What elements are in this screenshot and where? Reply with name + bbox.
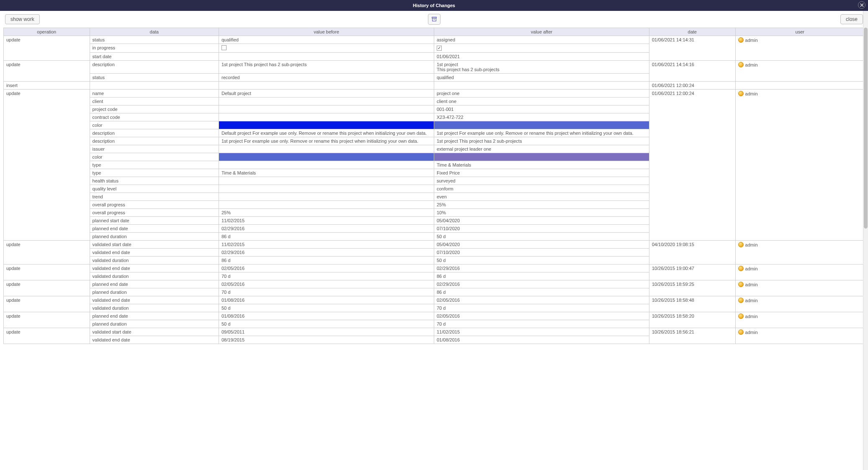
cell-date: 10/26/2015 19:00:47 <box>649 265 735 280</box>
cell-value-before: qualified <box>219 36 434 44</box>
cell-value-after: 70 d <box>434 320 649 328</box>
table-row: updatedescription1st project This projec… <box>4 61 865 74</box>
cell-value-before: recorded <box>219 74 434 82</box>
cell-data: validated end date <box>90 249 219 257</box>
cell-value-before <box>219 193 434 201</box>
cell-data: description <box>90 61 219 74</box>
cell-value-after: external project leader one <box>434 145 649 153</box>
cell-value-after: 1st project This project has 2 sub-proje… <box>434 137 649 145</box>
cell-data: validated end date <box>90 265 219 272</box>
table-row: updatevalidated start date09/05/201111/0… <box>4 328 865 336</box>
cell-value-after: ✓ <box>434 44 649 53</box>
cell-value-after: 001-001 <box>434 105 649 113</box>
cell-value-before: 02/29/2016 <box>219 225 434 233</box>
cell-data: contract code <box>90 113 219 121</box>
cell-user <box>735 82 864 90</box>
cell-data: start date <box>90 53 219 61</box>
scrollbar-thumb[interactable] <box>864 28 868 229</box>
cell-value-before <box>219 44 434 53</box>
cell-value-after: 10% <box>434 209 649 217</box>
cell-user: admin <box>735 241 864 265</box>
cell-value-before <box>219 82 434 90</box>
cell-value-before: 50 d <box>219 320 434 328</box>
col-value-before[interactable]: value before <box>219 28 434 36</box>
cell-value-after <box>434 82 649 90</box>
col-date[interactable]: date <box>649 28 735 36</box>
cell-value-before: 01/08/2016 <box>219 312 434 320</box>
user-name: admin <box>745 62 758 67</box>
col-value-after[interactable]: value after <box>434 28 649 36</box>
table-row: updateplanned end date02/05/201602/29/20… <box>4 280 865 288</box>
cell-value-after: 07/10/2020 <box>434 225 649 233</box>
cell-data: validated end date <box>90 336 219 344</box>
cell-value-before: 1st project This project has 2 sub-proje… <box>219 61 434 74</box>
table-row: updateplanned end date01/08/201602/05/20… <box>4 312 865 320</box>
cell-value-before: 02/05/2016 <box>219 280 434 288</box>
checkbox-icon: ✓ <box>437 46 442 51</box>
table-row: insert01/06/2021 12:00:24 <box>4 82 865 90</box>
cell-value-after: 05/04/2020 <box>434 241 649 249</box>
col-operation[interactable]: operation <box>4 28 90 36</box>
cell-value-before: 08/19/2015 <box>219 336 434 344</box>
cell-user: admin <box>735 280 864 296</box>
cell-value-after: 02/29/2016 <box>434 265 649 272</box>
cell-date: 01/06/2021 14:14:31 <box>649 36 735 61</box>
cell-data: trend <box>90 193 219 201</box>
cell-value-before: Time & Materials <box>219 169 434 177</box>
cell-data: validated duration <box>90 304 219 312</box>
user-name: admin <box>745 298 758 303</box>
cell-user: admin <box>735 61 864 82</box>
cell-value-after: qualified <box>434 74 649 82</box>
close-icon[interactable]: ✕ <box>858 1 865 9</box>
cell-data: validated end date <box>90 296 219 304</box>
window-title: History of Changes <box>413 3 455 8</box>
close-button[interactable]: close <box>840 14 863 24</box>
cell-date: 01/06/2021 14:14:16 <box>649 61 735 82</box>
cell-data: validated duration <box>90 272 219 280</box>
cell-value-after: 07/10/2020 <box>434 249 649 257</box>
col-data[interactable]: data <box>90 28 219 36</box>
cell-value-before <box>219 113 434 121</box>
user-name: admin <box>745 91 758 96</box>
table-row: updatestatusqualifiedassigned01/06/2021 … <box>4 36 865 44</box>
cell-value-after: 25% <box>434 201 649 209</box>
cell-value-before: 11/02/2015 <box>219 217 434 225</box>
cell-value-before <box>219 121 434 129</box>
cell-data: overall progress <box>90 209 219 217</box>
cell-value-before <box>219 145 434 153</box>
color-swatch <box>219 153 434 161</box>
cell-value-after: 1st project For example use only. Remove… <box>434 129 649 137</box>
archive-icon[interactable] <box>428 14 440 25</box>
cell-value-after: conform <box>434 185 649 193</box>
cell-operation: update <box>4 241 90 265</box>
cell-data: description <box>90 137 219 145</box>
cell-value-before <box>219 185 434 193</box>
cell-data: health status <box>90 177 219 185</box>
cell-operation: update <box>4 280 90 296</box>
col-user[interactable]: user <box>735 28 864 36</box>
history-grid: operation data value before value after … <box>3 28 865 344</box>
cell-value-before: 86 d <box>219 257 434 265</box>
cell-value-after: 01/06/2021 <box>434 53 649 61</box>
cell-value-after: 70 d <box>434 304 649 312</box>
scrollbar[interactable] <box>863 11 868 344</box>
cell-data: planned end date <box>90 312 219 320</box>
cell-date: 10/26/2015 18:58:20 <box>649 312 735 328</box>
cell-operation: update <box>4 36 90 61</box>
cell-value-after: 50 d <box>434 257 649 265</box>
table-row: updatenameDefault projectproject one01/0… <box>4 90 865 98</box>
show-work-button[interactable]: show work <box>5 14 40 24</box>
avatar <box>738 37 744 43</box>
user-name: admin <box>745 38 758 43</box>
cell-value-after <box>434 121 649 129</box>
cell-user: admin <box>735 296 864 312</box>
cell-data: planned duration <box>90 288 219 296</box>
cell-value-before <box>219 161 434 169</box>
user-name: admin <box>745 314 758 319</box>
cell-data: validated duration <box>90 257 219 265</box>
cell-data: color <box>90 121 219 129</box>
cell-data: planned duration <box>90 233 219 241</box>
color-swatch <box>434 153 649 161</box>
cell-data: planned start date <box>90 217 219 225</box>
cell-data: status <box>90 74 219 82</box>
